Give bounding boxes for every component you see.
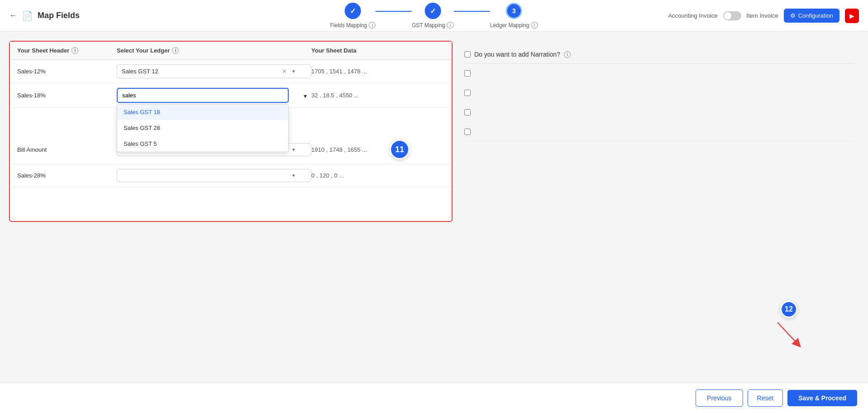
ledger-header-info-icon: i <box>172 47 179 54</box>
page-title: Map Fields <box>38 11 80 20</box>
sheet-data-sales-18: 32 , 18.5 , 4550 ... <box>311 92 444 99</box>
sheet-data-bill-amount: 1910 , 1748 , 1655 ... <box>311 146 367 153</box>
narration-checkbox-header[interactable] <box>464 51 471 58</box>
item-invoice-label: Item Invoice <box>747 12 778 19</box>
file-icon: 📄 <box>22 10 33 21</box>
narration-title: Do you want to add Narration? <box>474 51 560 58</box>
dropdown-item-sales-gst-18[interactable]: Sales GST 18 <box>117 104 288 120</box>
chevron-down-icon-sales-12: ▾ <box>292 68 295 74</box>
chevron-down-icon-sales-18: ▾ <box>304 92 307 100</box>
step-label-2: GST Mapping i <box>412 22 454 29</box>
check-icon-2: ✓ <box>430 7 436 15</box>
narration-header: Do you want to add Narration? i <box>464 45 854 64</box>
ledger-mapping-panel: Your Sheet Header i Select Your Ledger i… <box>9 41 453 222</box>
narration-info-icon: i <box>564 51 571 58</box>
main-content: Your Sheet Header i Select Your Ledger i… <box>0 32 868 231</box>
narration-checkbox-3[interactable] <box>464 109 471 115</box>
row-label-sales-18: Sales-18% <box>17 92 117 99</box>
step-label-3: Ledger Mapping i <box>490 22 538 29</box>
check-icon-1: ✓ <box>350 7 356 15</box>
invoice-toggle[interactable] <box>723 11 741 20</box>
sheet-header-info-icon: i <box>72 47 78 54</box>
col-header-data: Your Sheet Data <box>311 47 444 54</box>
narration-row-3 <box>464 103 854 122</box>
dropdown-item-sales-gst-5[interactable]: Sales GST 5 <box>117 136 288 152</box>
stepper: ✓ Fields Mapping i ✓ GST Mapping i 3 Led… <box>330 3 538 29</box>
header-left: ← 📄 Map Fields <box>9 10 80 21</box>
step-fields-mapping: ✓ Fields Mapping i <box>330 3 376 29</box>
info-icon-1: i <box>369 22 376 29</box>
narration-row-1 <box>464 64 854 83</box>
narration-checkbox-4[interactable] <box>464 129 471 135</box>
header: ← 📄 Map Fields ✓ Fields Mapping i ✓ GST … <box>0 0 868 32</box>
ledger-select-sales-28: ▾ <box>117 169 311 182</box>
ledger-dropdown-sales-28[interactable]: ▾ <box>117 169 311 182</box>
step-circle-1: ✓ <box>345 3 361 19</box>
step-gst-mapping: ✓ GST Mapping i <box>412 3 454 29</box>
narration-row-4 <box>464 122 854 142</box>
step-circle-3: 3 <box>506 3 522 19</box>
step-number-3: 3 <box>512 7 516 14</box>
configuration-button[interactable]: ⚙ Configuration <box>784 9 839 23</box>
connector-2 <box>454 11 490 12</box>
narration-checkbox-2[interactable] <box>464 90 471 96</box>
dropdown-item-sales-gst-28[interactable]: Sales GST 28 <box>117 120 288 136</box>
gear-icon: ⚙ <box>790 12 796 19</box>
chevron-down-icon-sales-28: ▾ <box>292 173 295 178</box>
row-label-sales-28: Sales-28% <box>17 172 117 179</box>
col-header-ledger: Select Your Ledger i <box>117 47 311 54</box>
ledger-dropdown-options: Sales GST 18 Sales GST 28 Sales GST 5 <box>117 104 289 152</box>
step-ledger-mapping: 3 Ledger Mapping i <box>490 3 538 29</box>
narration-checkbox-1[interactable] <box>464 70 471 77</box>
narration-rows <box>464 64 854 142</box>
youtube-button[interactable]: ▶ <box>845 9 859 23</box>
table-row: Sales-18% ▾ Sales GST 18 Sales GST 28 Sa… <box>10 83 452 108</box>
step-circle-2: ✓ <box>424 3 441 19</box>
youtube-icon: ▶ <box>849 12 854 19</box>
step-label-1: Fields Mapping i <box>330 22 376 29</box>
sheet-data-bill-amount-wrapper: 1910 , 1748 , 1655 ... 11 <box>311 139 444 159</box>
table-header: Your Sheet Header i Select Your Ledger i… <box>10 42 452 60</box>
row-label-bill-amount: Bill Amount <box>17 146 117 153</box>
accounting-invoice-label: Accounting Invoice <box>668 12 717 19</box>
ledger-select-sales-12: Sales GST 12 ✕ ▾ <box>117 64 311 78</box>
header-right: Accounting Invoice Item Invoice ⚙ Config… <box>668 9 859 23</box>
col-header-sheet: Your Sheet Header i <box>17 47 117 54</box>
sheet-data-sales-12: 1705 , 1541 , 1478 ... <box>311 68 444 75</box>
row-label-sales-12: Sales-12% <box>17 68 117 75</box>
info-icon-2: i <box>447 22 454 29</box>
info-icon-3: i <box>531 22 538 29</box>
narration-row-2 <box>464 83 854 103</box>
clear-icon-sales-12[interactable]: ✕ <box>282 68 287 75</box>
back-button[interactable]: ← <box>9 11 17 20</box>
table-row: Sales-28% ▾ 0 , 120 , 0 ... <box>10 164 452 187</box>
ledger-dropdown-sales-12[interactable]: Sales GST 12 ✕ ▾ <box>117 64 311 78</box>
ledger-input-sales-18[interactable] <box>117 88 289 103</box>
table-row: Sales-12% Sales GST 12 ✕ ▾ 1705 , 1541 ,… <box>10 60 452 83</box>
sheet-data-sales-28: 0 , 120 , 0 ... <box>311 172 444 179</box>
toggle-knob <box>724 12 731 19</box>
chevron-down-icon-bill-amount: ▾ <box>292 147 295 153</box>
badge-11: 11 <box>390 139 410 159</box>
selected-value-sales-12: Sales GST 12 <box>122 68 158 75</box>
narration-panel: Do you want to add Narration? i <box>460 41 859 222</box>
ledger-select-sales-18: ▾ Sales GST 18 Sales GST 28 Sales GST 5 <box>117 88 311 103</box>
connector-1 <box>376 11 412 12</box>
